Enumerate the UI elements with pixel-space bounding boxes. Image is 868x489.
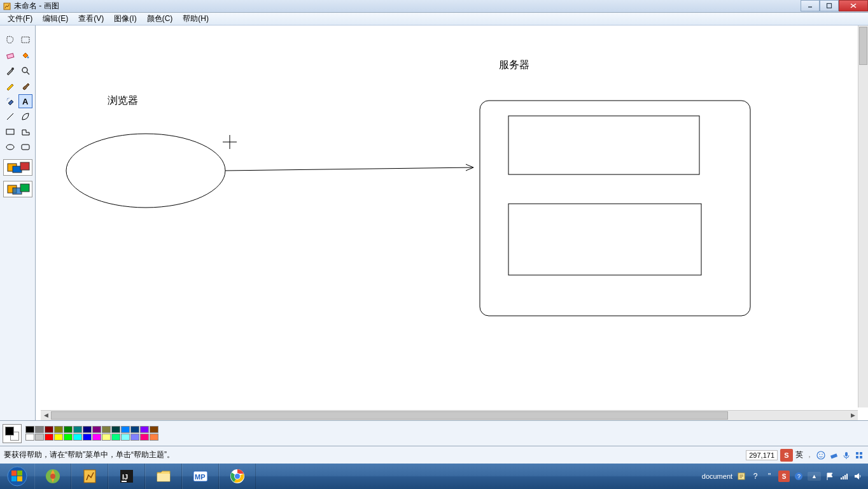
tool-free-select[interactable] xyxy=(3,33,17,47)
menu-view[interactable]: 查看(V) xyxy=(73,12,109,25)
menu-file[interactable]: 文件(F) xyxy=(3,12,38,25)
svg-rect-29 xyxy=(508,204,701,275)
task-intellij[interactable]: IJ xyxy=(108,464,145,489)
tray-lang-bar[interactable]: ▲ xyxy=(808,472,821,481)
hscroll-left-button[interactable]: ◀ xyxy=(41,411,51,420)
color-swatch[interactable] xyxy=(92,434,101,441)
menu-image[interactable]: 图像(I) xyxy=(109,12,141,25)
grid-icon[interactable] xyxy=(854,450,864,460)
tool-text[interactable]: A xyxy=(18,94,32,108)
start-button[interactable] xyxy=(0,464,34,489)
color-swatch[interactable] xyxy=(140,434,149,441)
color-swatch[interactable] xyxy=(54,426,63,433)
color-swatch[interactable] xyxy=(121,434,130,441)
color-swatch[interactable] xyxy=(45,426,53,433)
svg-point-57 xyxy=(235,474,240,479)
svg-text:A: A xyxy=(22,97,29,106)
color-swatch[interactable] xyxy=(35,426,44,433)
task-paint[interactable] xyxy=(71,464,108,489)
canvas[interactable]: 浏览器 服务器 xyxy=(41,25,858,408)
eraser-small-icon[interactable] xyxy=(829,450,839,460)
tool-line[interactable] xyxy=(3,110,17,124)
task-chrome[interactable] xyxy=(219,464,256,489)
tray-quote-icon[interactable]: " xyxy=(764,471,774,481)
tray-help2-icon[interactable]: ? xyxy=(794,471,804,481)
tool-rect-select[interactable] xyxy=(18,33,32,47)
canvas-drawing xyxy=(41,25,855,401)
hscroll-right-button[interactable]: ▶ xyxy=(848,411,858,420)
svg-point-7 xyxy=(27,57,29,59)
tool-option-opaque[interactable] xyxy=(3,159,32,176)
vertical-scrollbar[interactable] xyxy=(858,25,868,408)
tray-ime-icon[interactable]: S xyxy=(778,471,790,482)
color-swatch[interactable] xyxy=(111,434,120,441)
tool-fill[interactable] xyxy=(18,48,32,62)
tool-rounded-rect[interactable] xyxy=(18,140,32,154)
color-swatch[interactable] xyxy=(102,426,111,433)
tray-note-icon[interactable] xyxy=(736,471,746,481)
svg-rect-37 xyxy=(856,452,858,455)
tool-ellipse[interactable] xyxy=(3,140,17,154)
hscroll-track[interactable] xyxy=(51,411,848,420)
color-swatch[interactable] xyxy=(83,434,92,441)
color-swatch[interactable] xyxy=(25,426,34,433)
svg-point-25 xyxy=(66,134,225,208)
tool-rectangle[interactable] xyxy=(3,125,17,139)
tool-airbrush[interactable] xyxy=(3,94,17,108)
tray-network-icon[interactable] xyxy=(839,471,849,481)
svg-rect-63 xyxy=(844,475,846,479)
color-swatch[interactable] xyxy=(150,426,158,433)
palette-row-2 xyxy=(25,434,158,441)
color-swatch[interactable] xyxy=(92,426,101,433)
minimize-button[interactable] xyxy=(801,0,820,11)
vertical-scrollbar-thumb[interactable] xyxy=(859,27,867,65)
task-mp[interactable]: MP xyxy=(182,464,219,489)
mic-icon[interactable] xyxy=(841,450,851,460)
color-swatch[interactable] xyxy=(150,434,158,441)
svg-rect-43 xyxy=(17,471,22,476)
color-swatch[interactable] xyxy=(130,426,139,433)
color-swatch[interactable] xyxy=(111,426,120,433)
color-swatch[interactable] xyxy=(35,434,44,441)
color-swatch[interactable] xyxy=(83,426,92,433)
hscroll-thumb[interactable] xyxy=(51,411,728,420)
tray-volume-icon[interactable] xyxy=(853,471,863,481)
tool-picker[interactable] xyxy=(3,64,17,78)
color-swatch[interactable] xyxy=(54,434,63,441)
color-swatch[interactable] xyxy=(73,434,82,441)
menu-help[interactable]: 帮助(H) xyxy=(178,12,214,25)
foreground-color xyxy=(5,427,14,436)
tool-magnify[interactable] xyxy=(18,64,32,78)
color-swatch[interactable] xyxy=(73,426,82,433)
horizontal-scrollbar[interactable]: ◀ ▶ xyxy=(41,410,858,420)
menu-color[interactable]: 颜色(C) xyxy=(142,12,178,25)
color-palette-area xyxy=(0,420,868,446)
tool-curve[interactable] xyxy=(18,110,32,124)
maximize-button[interactable] xyxy=(820,0,839,11)
color-swatch[interactable] xyxy=(121,426,130,433)
close-button[interactable] xyxy=(839,0,868,11)
color-swatch[interactable] xyxy=(102,434,111,441)
svg-text:?: ? xyxy=(797,473,801,479)
color-swatch[interactable] xyxy=(130,434,139,441)
task-explorer[interactable] xyxy=(145,464,182,489)
color-swatch[interactable] xyxy=(64,434,73,441)
color-swatch[interactable] xyxy=(45,434,53,441)
tool-option-transparent[interactable] xyxy=(3,181,32,197)
svg-rect-35 xyxy=(830,453,837,458)
tool-polygon[interactable] xyxy=(18,125,32,139)
menu-edit[interactable]: 编辑(E) xyxy=(38,12,73,25)
tray-help-icon[interactable]: ? xyxy=(750,471,760,481)
statusbar: 要获得帮助，请在“帮助”菜单中，单击“帮助主题”。 297,171 S 英 ， xyxy=(0,446,868,464)
tool-brush[interactable] xyxy=(18,79,32,93)
tool-pencil[interactable] xyxy=(3,79,17,93)
task-app-1[interactable] xyxy=(34,464,71,489)
emoji-icon[interactable] xyxy=(816,450,826,460)
tool-eraser[interactable] xyxy=(3,48,17,62)
color-swatch[interactable] xyxy=(140,426,149,433)
color-swatch[interactable] xyxy=(25,434,34,441)
ime-indicator-icon[interactable]: S xyxy=(780,449,793,462)
color-swatch[interactable] xyxy=(64,426,73,433)
tray-flag-icon[interactable] xyxy=(825,471,835,481)
current-colors[interactable] xyxy=(3,424,22,443)
